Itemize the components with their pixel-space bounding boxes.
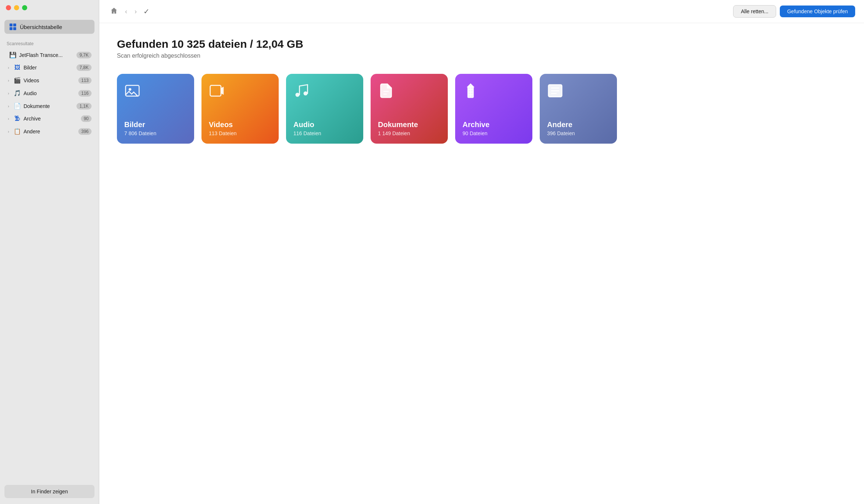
audio-card-icon	[293, 83, 356, 102]
bilder-card-icon	[124, 83, 187, 102]
chevron-icon: ›	[6, 78, 11, 83]
chevron-icon: ›	[6, 104, 11, 108]
drive-label: JetFlash Transce...	[19, 52, 74, 58]
chevron-icon: ›	[6, 129, 11, 134]
svg-point-1	[129, 88, 131, 91]
check-icon: ✓	[143, 7, 150, 16]
audio-label: Audio	[24, 90, 76, 96]
card-andere[interactable]: Andere 396 Dateien	[540, 74, 617, 144]
content-area: Gefunden 10 325 dateien / 12,04 GB Scan …	[99, 23, 864, 504]
drive-badge: 9,7K	[76, 52, 92, 58]
maximize-button[interactable]	[22, 5, 27, 10]
archive-card-title: Archive	[463, 120, 525, 129]
archive-card-count: 90 Dateien	[463, 130, 525, 136]
videos-card-icon	[209, 83, 271, 102]
drive-icon: 💾	[9, 51, 17, 58]
close-button[interactable]	[6, 5, 11, 10]
bilder-icon: 🖼	[13, 64, 21, 71]
audio-card-title: Audio	[293, 120, 356, 129]
home-icon	[110, 7, 118, 14]
finder-button[interactable]: In Finder zeigen	[4, 485, 94, 498]
card-archive[interactable]: Archive 90 Dateien	[455, 74, 532, 144]
svg-rect-0	[126, 85, 139, 96]
sidebar: Übersichtstabelle Scanresultate 💾 JetFla…	[0, 0, 99, 504]
archive-label: Archive	[24, 116, 79, 122]
card-videos[interactable]: Videos 113 Dateien	[201, 74, 279, 144]
minimize-button[interactable]	[14, 5, 19, 10]
sidebar-item-audio[interactable]: › 🎵 Audio 116	[2, 87, 97, 99]
videos-card-title: Videos	[209, 120, 271, 129]
sidebar-item-archive[interactable]: › 🗜 Archive 90	[2, 113, 97, 125]
bilder-card-title: Bilder	[124, 120, 187, 129]
sidebar-item-dokumente[interactable]: › 📄 Dokumente 1,1K	[2, 100, 97, 112]
sidebar-item-andere[interactable]: › 📋 Andere 396	[2, 125, 97, 137]
audio-badge: 116	[78, 90, 92, 97]
sidebar-item-bilder[interactable]: › 🖼 Bilder 7,8K	[2, 62, 97, 73]
page-subtitle: Scan erfolgreich abgeschlossen	[117, 53, 846, 59]
audio-icon: 🎵	[13, 90, 21, 97]
alle-retten-button[interactable]: Alle retten...	[733, 5, 776, 18]
andere-label: Andere	[24, 129, 76, 134]
videos-label: Videos	[24, 78, 76, 83]
toolbar-nav: ‹ › ✓	[108, 6, 150, 18]
dokumente-card-icon	[378, 83, 440, 102]
videos-badge: 113	[78, 77, 92, 84]
category-cards: Bilder 7 806 Dateien Videos 113 Dateien	[117, 74, 846, 144]
videos-card-count: 113 Dateien	[209, 130, 271, 136]
archive-icon: 🗜	[13, 115, 21, 122]
dokumente-icon: 📄	[13, 102, 21, 109]
dokumente-card-count: 1 149 Dateien	[378, 130, 440, 136]
dokumente-badge: 1,1K	[76, 103, 92, 109]
card-bilder[interactable]: Bilder 7 806 Dateien	[117, 74, 194, 144]
andere-icon: 📋	[13, 128, 21, 135]
videos-icon: 🎬	[13, 77, 21, 84]
archive-card-icon	[463, 83, 525, 102]
sidebar-item-drive[interactable]: 💾 JetFlash Transce... 9,7K	[2, 49, 97, 61]
card-dokumente[interactable]: Dokumente 1 149 Dateien	[371, 74, 448, 144]
audio-card-count: 116 Dateien	[293, 130, 356, 136]
chevron-icon: ›	[6, 91, 11, 96]
home-button[interactable]	[108, 6, 120, 18]
andere-card-count: 396 Dateien	[547, 130, 610, 136]
bilder-badge: 7,8K	[76, 64, 92, 71]
back-button[interactable]: ‹	[123, 6, 129, 17]
archive-badge: 90	[81, 115, 92, 122]
sidebar-bottom: In Finder zeigen	[0, 479, 99, 504]
window-controls	[0, 0, 99, 13]
bilder-label: Bilder	[24, 65, 74, 71]
overview-button[interactable]: Übersichtstabelle	[4, 20, 94, 34]
main-content: ‹ › ✓ Alle retten... Gefundene Objekte p…	[99, 0, 864, 504]
dokumente-card-title: Dokumente	[378, 120, 440, 129]
dokumente-label: Dokumente	[24, 103, 74, 109]
page-title: Gefunden 10 325 dateien / 12,04 GB	[117, 38, 846, 50]
chevron-icon: ›	[6, 116, 11, 121]
overview-label: Übersichtstabelle	[20, 24, 62, 30]
gefundene-objekte-button[interactable]: Gefundene Objekte prüfen	[780, 6, 855, 17]
andere-card-title: Andere	[547, 120, 610, 129]
scan-results-label: Scanresultate	[0, 38, 99, 48]
grid-icon	[10, 24, 16, 30]
forward-button[interactable]: ›	[132, 6, 139, 17]
sidebar-item-videos[interactable]: › 🎬 Videos 113	[2, 74, 97, 86]
svg-point-3	[296, 93, 300, 97]
andere-card-icon	[547, 83, 610, 102]
card-audio[interactable]: Audio 116 Dateien	[286, 74, 363, 144]
svg-rect-2	[210, 85, 221, 96]
andere-badge: 396	[78, 128, 92, 135]
toolbar: ‹ › ✓ Alle retten... Gefundene Objekte p…	[99, 0, 864, 23]
svg-point-4	[304, 91, 308, 96]
chevron-icon: ›	[6, 65, 11, 70]
bilder-card-count: 7 806 Dateien	[124, 130, 187, 136]
